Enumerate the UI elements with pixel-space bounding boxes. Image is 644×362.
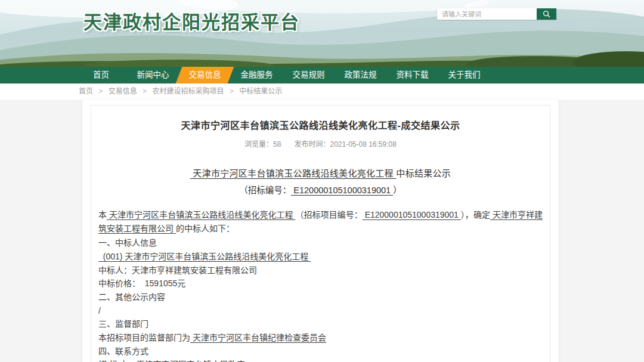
article-panel: 天津市宁河区丰台镇滨玉公路线沿线美化亮化工程-成交结果公示 浏览量：58发布时间… bbox=[91, 105, 550, 362]
breadcrumb-item-current: 中标结果公示 bbox=[239, 87, 282, 95]
price-line: 中标价格： 1591055元 bbox=[98, 277, 543, 290]
search-button[interactable] bbox=[537, 8, 556, 20]
nav-label: 新闻中心 bbox=[137, 70, 169, 79]
search-icon bbox=[543, 10, 550, 18]
supervisor-line: 本招标项目的监督部门为 天津市宁河区丰台镇纪律检查委员会 bbox=[98, 331, 543, 345]
tenderer-line: 招 标 人：天津市宁河区丰台镇人民政府 bbox=[98, 358, 543, 362]
tenderer-name: 天津市宁河区丰台镇人民政府 bbox=[137, 360, 245, 362]
tender-number-line: （招标编号： E1200001051000319001 ） bbox=[98, 183, 543, 196]
winner-line: 中标人：天津市亨祥建筑安装工程有限公司 bbox=[98, 264, 543, 277]
nav-item-downloads[interactable]: 资料下载 bbox=[386, 67, 438, 83]
site-search bbox=[437, 8, 556, 20]
nav-item-trade-rules[interactable]: 交易规则 bbox=[283, 67, 335, 83]
breadcrumb-separator: > bbox=[98, 87, 103, 95]
price-value: 1591055元 bbox=[145, 279, 186, 288]
nav-label: 政策法规 bbox=[345, 70, 377, 79]
nav-list: 首页 新闻中心 交易信息 金融服务 交易规则 政策法规 资料下载 关于我们 bbox=[75, 67, 644, 83]
nav-label: 交易信息 bbox=[179, 67, 231, 83]
intro-suffix: 的中标人如下： bbox=[176, 224, 234, 233]
breadcrumb-item-home[interactable]: 首页 bbox=[79, 87, 93, 95]
lot-line: (001) 天津市宁河区丰台镇滨玉公路线沿线美化亮化工程 bbox=[98, 250, 543, 264]
supervisor-prefix: 本招标项目的监督部门为 bbox=[98, 333, 190, 342]
intro-mid1: （招标项目编号： bbox=[295, 210, 362, 219]
main-nav: 首页 新闻中心 交易信息 金融服务 交易规则 政策法规 资料下载 关于我们 bbox=[0, 67, 644, 83]
site-logo-title[interactable]: 天津政村企阳光招采平台 bbox=[83, 7, 300, 34]
intro-paragraph: 本 天津市宁河区丰台镇滨玉公路线沿线美化亮化工程 （招标项目编号： E12000… bbox=[98, 208, 543, 235]
winner-name: 天津市亨祥建筑安装工程有限公司 bbox=[132, 265, 257, 275]
breadcrumb-separator: > bbox=[143, 87, 147, 95]
intro-prefix: 本 bbox=[98, 210, 107, 219]
section2-content: / bbox=[98, 304, 543, 318]
nav-label: 首页 bbox=[93, 70, 109, 79]
nav-label: 交易规则 bbox=[293, 70, 325, 79]
publish-label: 发布时间： bbox=[294, 140, 330, 148]
nav-item-news[interactable]: 新闻中心 bbox=[127, 67, 179, 83]
notice-project-name: 天津市宁河区丰台镇滨玉公路线沿线美化亮化工程 bbox=[190, 168, 397, 178]
article-body: 一、中标人信息 (001) 天津市宁河区丰台镇滨玉公路线沿线美化亮化工程 中标人… bbox=[98, 236, 543, 362]
section2-heading: 二、其他公示内容 bbox=[98, 290, 543, 304]
article-title: 天津市宁河区丰台镇滨玉公路线沿线美化亮化工程-成交结果公示 bbox=[98, 117, 543, 132]
views-count: 58 bbox=[273, 140, 281, 148]
nav-label: 资料下载 bbox=[397, 70, 429, 79]
nav-label: 金融服务 bbox=[241, 70, 273, 79]
content-card: 天津市宁河区丰台镇滨玉公路线沿线美化亮化工程-成交结果公示 浏览量：58发布时间… bbox=[82, 100, 559, 362]
intro-project-name: 天津市宁河区丰台镇滨玉公路线沿线美化亮化工程 bbox=[107, 210, 295, 219]
article-meta: 浏览量：58发布时间：2021-05-08 16:59:08 bbox=[98, 138, 543, 148]
price-label: 中标价格： bbox=[98, 279, 145, 288]
nav-item-home[interactable]: 首页 bbox=[75, 67, 127, 83]
nav-item-about[interactable]: 关于我们 bbox=[438, 67, 490, 83]
supervisor-name: 天津市宁河区丰台镇纪律检查委员会 bbox=[190, 333, 326, 342]
nav-label: 关于我们 bbox=[448, 70, 481, 79]
publish-time: 2021-05-08 16:59:08 bbox=[330, 140, 396, 148]
section4-heading: 四、联系方式 bbox=[98, 345, 543, 358]
breadcrumb-item-rural-projects[interactable]: 农村建设招标采购项目 bbox=[152, 87, 224, 95]
breadcrumb-row: 首页 > 交易信息 > 农村建设招标采购项目 > 中标结果公示 bbox=[0, 83, 644, 100]
nav-item-finance[interactable]: 金融服务 bbox=[231, 67, 283, 83]
search-input[interactable] bbox=[437, 8, 537, 20]
intro-mid2: ），确定 bbox=[461, 210, 490, 219]
notice-heading: 天津市宁河区丰台镇滨玉公路线沿线美化亮化工程 中标结果公示 bbox=[98, 166, 543, 179]
tender-number-close: ） bbox=[393, 185, 402, 195]
header-banner: 天津政村企阳光招采平台 bbox=[0, 0, 644, 67]
breadcrumb: 首页 > 交易信息 > 农村建设招标采购项目 > 中标结果公示 bbox=[0, 83, 644, 100]
breadcrumb-item-trade-info[interactable]: 交易信息 bbox=[109, 87, 137, 95]
intro-project-number: E1200001051000319001 bbox=[363, 210, 461, 219]
breadcrumb-separator: > bbox=[230, 87, 234, 95]
tenderer-label: 招 标 人： bbox=[98, 360, 137, 362]
tender-number: E1200001051000319001 bbox=[291, 185, 393, 195]
nav-item-trade-info[interactable]: 交易信息 bbox=[176, 67, 234, 83]
views-label: 浏览量： bbox=[244, 140, 273, 148]
nav-item-policies[interactable]: 政策法规 bbox=[335, 67, 386, 83]
section1-heading: 一、中标人信息 bbox=[98, 236, 543, 250]
tender-number-label: （招标编号： bbox=[239, 185, 291, 195]
section3-heading: 三、监督部门 bbox=[98, 317, 543, 331]
winner-label: 中标人： bbox=[98, 265, 132, 275]
lot-project-name: (001) 天津市宁河区丰台镇滨玉公路线沿线美化亮化工程 bbox=[98, 252, 311, 261]
notice-heading-suffix: 中标结果公示 bbox=[396, 168, 451, 178]
